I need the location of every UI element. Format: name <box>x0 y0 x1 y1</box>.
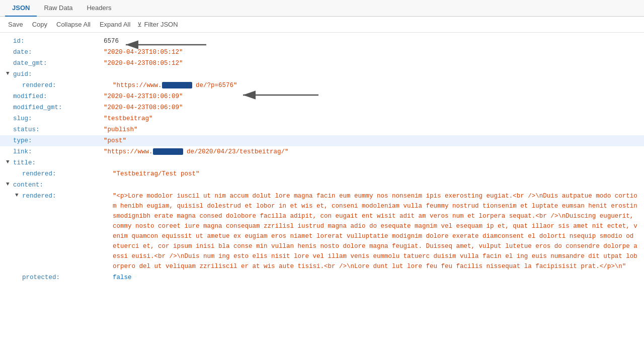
value-status: "publish" <box>104 125 138 135</box>
value-modified: "2020-04-23T10:06:09" <box>104 92 183 102</box>
value-protected: false <box>113 273 132 283</box>
key-modified: modified: <box>13 92 104 102</box>
save-button[interactable]: Save <box>6 20 25 29</box>
key-content-rendered: rendered: <box>22 191 113 201</box>
value-modified-gmt: "2020-04-23T08:06:09" <box>104 103 183 113</box>
tab-headers[interactable]: Headers <box>79 0 118 17</box>
key-title: title: <box>13 158 104 168</box>
json-row-id: id: 6576 <box>0 36 644 47</box>
key-guid-rendered: rendered: <box>22 80 113 90</box>
redacted-1 <box>162 82 192 88</box>
json-row-protected: protected: false <box>0 272 644 283</box>
value-content-rendered: "<p>Lore modolor iuscil ut nim accum dol… <box>113 191 638 272</box>
key-type: type: <box>13 136 104 146</box>
json-row-guid-rendered: rendered: "https://www. de/?p=6576" <box>0 80 644 91</box>
tab-raw-data[interactable]: Raw Data <box>37 0 79 17</box>
value-slug: "testbeitrag" <box>104 114 153 124</box>
expand-all-button[interactable]: Expand All <box>98 20 132 29</box>
key-date: date: <box>13 47 104 57</box>
json-row-title: ▼ title: <box>0 157 644 168</box>
key-status: status: <box>13 125 104 135</box>
toolbar: Save Copy Collapse All Expand All ⊻ Filt… <box>0 17 644 33</box>
redacted-2 <box>153 148 183 155</box>
json-row-content: ▼ content: <box>0 179 644 191</box>
value-link: "https://www. de/2020/04/23/testbeitrag/… <box>104 147 289 157</box>
collapse-all-button[interactable]: Collapse All <box>54 20 93 29</box>
value-id: 6576 <box>104 36 119 46</box>
key-date-gmt: date_gmt: <box>13 58 104 68</box>
key-content: content: <box>13 180 104 190</box>
json-row-slug: slug: "testbeitrag" <box>0 113 644 124</box>
json-row-status: status: "publish" <box>0 124 644 135</box>
json-row-title-rendered: rendered: "Testbeitrag/Test post" <box>0 168 644 179</box>
filter-icon: ⊻ <box>137 21 142 28</box>
tab-json[interactable]: JSON <box>5 0 37 17</box>
key-id: id: <box>13 36 104 46</box>
key-modified-gmt: modified_gmt: <box>13 103 104 113</box>
tab-bar: JSON Raw Data Headers <box>0 0 644 17</box>
key-protected: protected: <box>22 273 113 283</box>
json-viewer: id: 6576 date: "2020-04-23T10:05:12" dat… <box>0 33 644 286</box>
json-row-type: type: "post" <box>0 135 644 146</box>
value-date-gmt: "2020-04-23T08:05:12" <box>104 58 183 68</box>
json-row-guid: ▼ guid: <box>0 69 644 80</box>
json-row-date-gmt: date_gmt: "2020-04-23T08:05:12" <box>0 58 644 69</box>
key-link: link: <box>13 147 104 157</box>
value-date: "2020-04-23T10:05:12" <box>104 47 183 57</box>
value-guid-rendered: "https://www. de/?p=6576" <box>113 80 237 90</box>
key-title-rendered: rendered: <box>22 169 113 179</box>
filter-label: Filter JSON <box>144 21 178 28</box>
filter-json-button[interactable]: ⊻ Filter JSON <box>137 21 178 28</box>
value-title-rendered: "Testbeitrag/Test post" <box>113 169 200 179</box>
json-row-date: date: "2020-04-23T10:05:12" <box>0 47 644 58</box>
json-row-content-rendered: ▼ rendered: "<p>Lore modolor iuscil ut n… <box>0 191 644 272</box>
json-content: id: 6576 date: "2020-04-23T10:05:12" dat… <box>0 33 644 286</box>
key-guid: guid: <box>13 69 104 79</box>
value-type: "post" <box>104 136 126 146</box>
copy-button[interactable]: Copy <box>30 20 49 29</box>
json-row-modified-gmt: modified_gmt: "2020-04-23T08:06:09" <box>0 102 644 113</box>
json-row-modified: modified: "2020-04-23T10:06:09" <box>0 91 644 102</box>
json-row-link: link: "https://www. de/2020/04/23/testbe… <box>0 146 644 157</box>
key-slug: slug: <box>13 114 104 124</box>
